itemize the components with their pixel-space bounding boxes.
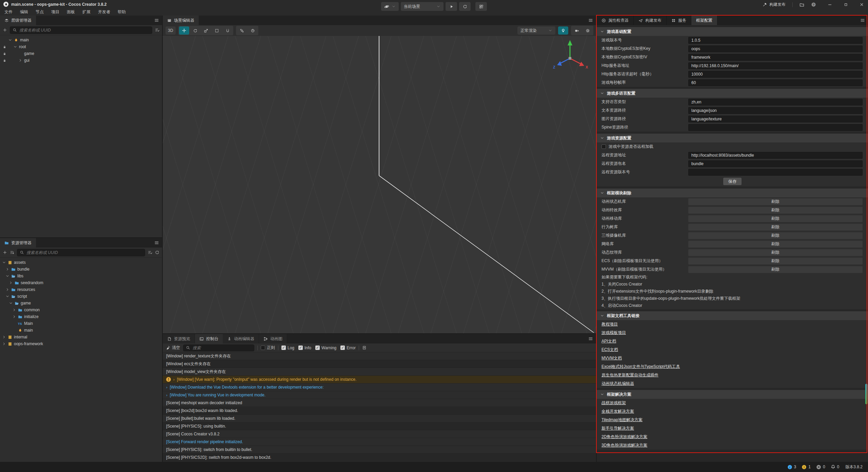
field-input[interactable]: http://192.168.0.150/main/ [688, 62, 863, 69]
tree-node[interactable]: game [0, 300, 162, 307]
save-button[interactable]: 保存 [723, 178, 742, 185]
tree-node[interactable]: main [0, 37, 162, 43]
rotation-snap-button[interactable] [248, 26, 258, 35]
field-input[interactable]: language/texture [688, 116, 863, 122]
scrollbar-thumb[interactable] [865, 384, 868, 404]
hierarchy-menu-button[interactable] [154, 18, 159, 23]
scene-viewport[interactable]: X Z [163, 36, 596, 333]
field-input[interactable]: oops [688, 45, 863, 52]
inspector-tab-1[interactable]: 属性检查器 [597, 16, 634, 25]
tree-node[interactable]: bundle [0, 266, 162, 273]
tree-node[interactable]: TSMain [0, 320, 162, 327]
module-remove-button[interactable]: 剔除 [688, 215, 863, 222]
tree-node[interactable]: seedrandom [0, 279, 162, 286]
filter-icon[interactable] [148, 250, 152, 255]
pivot-snap-button[interactable] [237, 26, 247, 35]
log-row[interactable]: [Scene] [PHYSICS]: using builtin. [163, 422, 596, 430]
log-row[interactable]: [Window] ecs文件夹存在 [163, 360, 596, 368]
log-filter-error[interactable]: ✓Error [340, 346, 356, 350]
tree-node[interactable]: common [0, 307, 162, 313]
module-remove-button[interactable]: 剔除 [688, 249, 863, 256]
log-row[interactable]: [Window] render_texture文件夹存在 [163, 352, 596, 360]
lighting-toggle-button[interactable] [558, 26, 568, 35]
scene-camera-button[interactable] [572, 26, 582, 35]
log-row[interactable]: [Scene] meshopt wasm decoder initialized [163, 399, 596, 407]
log-row[interactable]: ›[Window] You are running Vue in develop… [163, 391, 596, 399]
sort-assets-button[interactable] [10, 250, 14, 255]
assets-search[interactable] [17, 249, 145, 256]
menu-item[interactable]: 编辑 [16, 9, 32, 15]
log-filter-info[interactable]: ✓Info [298, 346, 311, 350]
doc-link[interactable]: 2D角色扮演游戏解决方案 [601, 434, 647, 440]
section-header[interactable]: 游戏多语言配置 [597, 89, 868, 98]
chevron-down-icon[interactable] [7, 38, 13, 42]
menu-item[interactable]: 面板 [63, 9, 79, 15]
menu-item[interactable]: 节点 [32, 9, 47, 15]
remote-load-checkbox-row[interactable]: 游戏中资源是否远程加载 [597, 142, 868, 151]
console-tab-3[interactable]: 动画编辑器 [223, 334, 259, 343]
doc-link[interactable]: Excel格式转Json文件与TypeScript代码工具 [601, 364, 680, 370]
tree-node[interactable]: gui [0, 57, 162, 64]
console-tab-2[interactable]: 控制台 [195, 334, 223, 343]
log-detail-button[interactable] [362, 346, 367, 350]
menu-item[interactable]: 帮助 [114, 9, 130, 15]
log-row[interactable]: [Scene] [PHYSICS2D]: switch from box2d-w… [163, 454, 596, 461]
open-folder-button[interactable] [800, 2, 804, 7]
status-bell[interactable]: 0 [831, 465, 840, 469]
preview-qr-button[interactable] [475, 2, 487, 11]
add-asset-button[interactable] [3, 250, 7, 255]
field-input[interactable]: bundle [688, 160, 863, 167]
module-remove-button[interactable]: 剔除 [688, 224, 863, 231]
inspector-tab-4[interactable]: 框架配置 [691, 16, 717, 25]
build-publish-button[interactable]: 构建发布 [763, 2, 786, 7]
help-button[interactable]: ? [811, 2, 816, 7]
tab-hierarchy[interactable]: 层级管理器 [0, 16, 36, 25]
menu-item[interactable]: 扩展 [79, 9, 94, 15]
status-info-c[interactable]: i3 [787, 465, 796, 470]
chevron-down-icon[interactable] [1, 260, 7, 264]
doc-link[interactable]: 3D角色扮演游戏解决方案 [601, 442, 647, 448]
chevron-right-icon[interactable] [5, 288, 10, 292]
doc-link[interactable]: ECS文档 [601, 347, 618, 353]
section-header[interactable]: 框架解决方案 [597, 390, 868, 399]
section-header[interactable]: 框架文档工具链接 [597, 311, 868, 320]
field-input[interactable]: 10000 [688, 71, 863, 78]
tree-node[interactable]: assets [0, 259, 162, 266]
log-row[interactable]: [Scene] Forward render pipeline initiali… [163, 438, 596, 446]
chevron-down-icon[interactable] [8, 301, 14, 305]
tree-node[interactable]: libs [0, 273, 162, 279]
scene-menu-button[interactable] [588, 18, 593, 23]
log-row[interactable]: [Scene] Cocos Creator v3.8.2 [163, 430, 596, 438]
module-remove-button[interactable]: 剔除 [688, 266, 863, 273]
module-remove-button[interactable]: 剔除 [688, 241, 863, 248]
doc-link[interactable]: 原生包热更新配置自动生成插件 [601, 372, 658, 378]
field-input[interactable]: 1.0.5 [688, 37, 863, 44]
doc-link[interactable]: Tiledmap地图解决方案 [601, 417, 643, 423]
status-err-c[interactable]: 0 [816, 465, 825, 470]
tree-node[interactable]: root [0, 43, 162, 50]
render-mode-select[interactable]: 正常渲染 [517, 26, 555, 35]
log-row[interactable]: [Scene] [box2d]:box2d wasm lib loaded. [163, 407, 596, 415]
ui-transform-tool-button[interactable] [222, 26, 233, 35]
log-filter-log[interactable]: ✓Log [281, 346, 294, 350]
section-header[interactable]: 框架模块剔除 [597, 189, 868, 197]
chevron-down-icon[interactable] [13, 45, 18, 49]
add-node-button[interactable] [3, 28, 7, 32]
chevron-right-icon[interactable] [8, 281, 14, 285]
section-header[interactable]: 游戏基础配置 [597, 27, 868, 36]
inspector-scrollbar[interactable] [865, 25, 868, 462]
doc-link[interactable]: 游戏模板项目 [601, 330, 626, 336]
expand-chevron-icon[interactable]: › [166, 393, 167, 397]
field-input[interactable]: http://localhost:8083/assets/bundle [688, 152, 863, 159]
log-row[interactable]: [Scene] [PHYSICS]: switch from builtin t… [163, 446, 596, 454]
chevron-right-icon[interactable] [1, 342, 7, 346]
chevron-right-icon[interactable] [12, 315, 17, 319]
menu-item[interactable]: 文件 [1, 9, 16, 15]
console-tab-4[interactable]: 动画图 [259, 334, 287, 343]
refresh-assets-button[interactable] [155, 250, 159, 255]
tree-node[interactable]: script [0, 293, 162, 300]
log-row[interactable]: ›[Window] Download the Vue Devtools exte… [163, 383, 596, 391]
regex-checkbox[interactable]: 正则 [261, 345, 275, 351]
doc-link[interactable]: 全栈开发解决方案 [601, 409, 634, 414]
doc-link[interactable]: 新手引导解决方案 [601, 426, 634, 431]
